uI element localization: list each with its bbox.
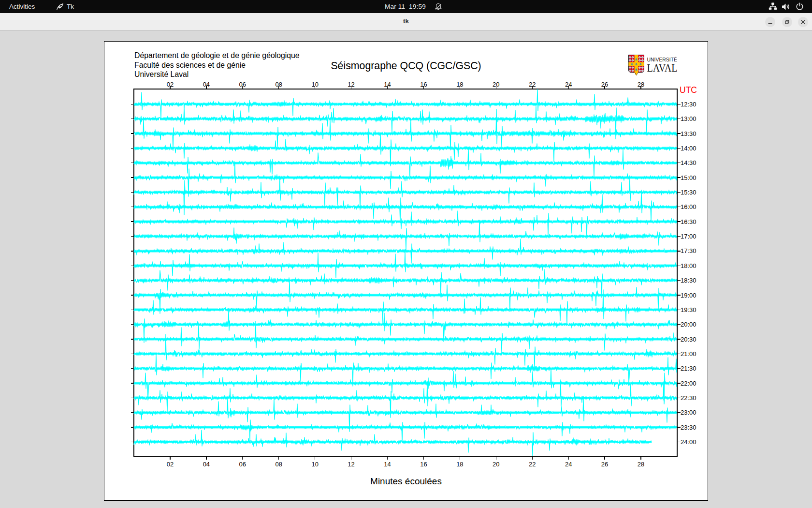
svg-text:16:00: 16:00 bbox=[681, 203, 696, 210]
svg-text:Séismographe QCQ (CGC/GSC): Séismographe QCQ (CGC/GSC) bbox=[331, 60, 481, 72]
svg-text:15:00: 15:00 bbox=[681, 174, 696, 181]
svg-text:12: 12 bbox=[348, 461, 354, 468]
svg-text:Département de géologie et de: Département de géologie et de génie géol… bbox=[134, 51, 300, 60]
svg-text:24: 24 bbox=[565, 81, 572, 88]
svg-text:20:30: 20:30 bbox=[681, 336, 696, 343]
svg-text:04: 04 bbox=[203, 461, 210, 468]
svg-text:13:00: 13:00 bbox=[681, 115, 696, 122]
svg-text:08: 08 bbox=[275, 81, 282, 88]
svg-text:22:30: 22:30 bbox=[681, 394, 696, 402]
svg-text:Université Laval: Université Laval bbox=[134, 70, 188, 78]
svg-text:26: 26 bbox=[601, 81, 608, 88]
svg-text:14:30: 14:30 bbox=[681, 159, 696, 166]
svg-text:24:00: 24:00 bbox=[681, 438, 696, 446]
svg-text:12: 12 bbox=[348, 81, 354, 88]
svg-text:17:30: 17:30 bbox=[681, 247, 696, 254]
svg-text:10: 10 bbox=[311, 461, 318, 468]
svg-text:18:30: 18:30 bbox=[681, 277, 696, 284]
svg-text:14: 14 bbox=[384, 461, 391, 468]
svg-text:Faculté des sciences et de gén: Faculté des sciences et de génie bbox=[134, 61, 246, 69]
svg-text:16: 16 bbox=[420, 461, 427, 468]
svg-text:21:00: 21:00 bbox=[681, 350, 696, 358]
svg-text:14: 14 bbox=[384, 81, 391, 88]
svg-text:21:30: 21:30 bbox=[681, 365, 696, 372]
svg-text:UTC: UTC bbox=[680, 85, 697, 95]
svg-text:28: 28 bbox=[638, 81, 644, 88]
svg-text:02: 02 bbox=[167, 461, 174, 468]
svg-text:22: 22 bbox=[529, 81, 536, 88]
svg-text:14:00: 14:00 bbox=[681, 145, 696, 152]
svg-text:08: 08 bbox=[275, 461, 282, 468]
svg-text:18: 18 bbox=[456, 461, 463, 468]
svg-text:20: 20 bbox=[493, 461, 499, 468]
svg-text:23:00: 23:00 bbox=[681, 409, 696, 416]
svg-text:18: 18 bbox=[456, 81, 463, 88]
svg-text:20:00: 20:00 bbox=[681, 321, 696, 328]
svg-text:22:00: 22:00 bbox=[681, 380, 696, 387]
svg-text:16:30: 16:30 bbox=[681, 218, 696, 225]
svg-text:10: 10 bbox=[311, 81, 318, 88]
svg-text:26: 26 bbox=[601, 461, 608, 468]
svg-text:20: 20 bbox=[493, 81, 499, 88]
svg-text:28: 28 bbox=[638, 461, 644, 468]
svg-text:18:00: 18:00 bbox=[681, 262, 696, 269]
svg-text:06: 06 bbox=[239, 81, 246, 88]
svg-text:Minutes écoulées: Minutes écoulées bbox=[370, 476, 442, 486]
svg-text:LAVAL: LAVAL bbox=[647, 61, 678, 74]
svg-text:12:30: 12:30 bbox=[681, 101, 696, 108]
svg-text:23:30: 23:30 bbox=[681, 424, 696, 431]
svg-text:13:30: 13:30 bbox=[681, 130, 696, 137]
svg-text:17:00: 17:00 bbox=[681, 233, 696, 240]
svg-text:15:30: 15:30 bbox=[681, 189, 696, 196]
svg-text:24: 24 bbox=[565, 461, 572, 468]
svg-text:06: 06 bbox=[239, 461, 246, 468]
svg-text:22: 22 bbox=[529, 461, 536, 468]
svg-text:04: 04 bbox=[203, 81, 210, 88]
svg-text:02: 02 bbox=[167, 81, 174, 88]
svg-text:16: 16 bbox=[420, 81, 427, 88]
svg-text:19:00: 19:00 bbox=[681, 292, 696, 299]
svg-text:19:30: 19:30 bbox=[681, 306, 696, 314]
